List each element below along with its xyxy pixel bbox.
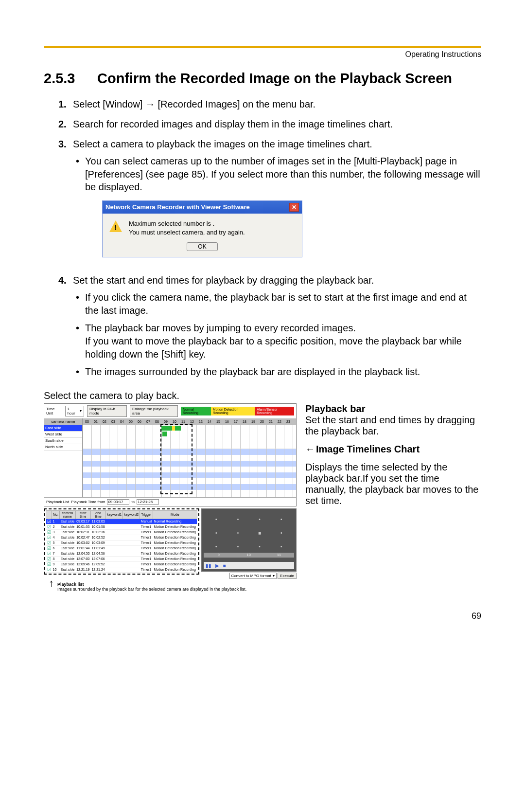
preview-scrub[interactable]: 9 10 11 xyxy=(204,553,295,558)
hour-tick: 17 xyxy=(231,420,240,423)
step-4-bullet-3: The images surrounded by the playback ba… xyxy=(73,365,481,379)
playback-bar-title: Playback bar xyxy=(305,403,481,415)
checkbox-icon xyxy=(46,519,52,524)
checkbox-icon xyxy=(46,540,52,545)
checkbox-icon xyxy=(46,529,52,535)
table-row[interactable]: 8East side12:07:0012:07:06Timer1Motion D… xyxy=(46,556,197,561)
hour-tick: 07 xyxy=(144,420,153,423)
checkbox-icon xyxy=(46,535,52,540)
playback-to-label: to xyxy=(131,500,135,504)
table-row[interactable]: 5East side10:03:0210:03:09Timer1Motion D… xyxy=(46,540,197,545)
hour-tick: 15 xyxy=(214,420,223,423)
chart-body: Displays the time selected by the playba… xyxy=(305,462,481,506)
playback-list-table: No.camera namestart timeend timekeyword1… xyxy=(44,508,199,575)
camera-row[interactable]: North side xyxy=(44,444,82,451)
table-row[interactable]: 1East side09:03:1711:03:03ManualNormal R… xyxy=(46,519,197,524)
playback-to-input[interactable] xyxy=(137,499,159,505)
execute-button[interactable]: Execute xyxy=(278,573,297,579)
table-row[interactable]: 3East side10:02:3110:02:36Timer1Motion D… xyxy=(46,529,197,535)
hour-tick: 13 xyxy=(196,420,205,423)
table-row[interactable]: 9East side12:09:4612:09:52Timer1Motion D… xyxy=(46,561,197,567)
time-unit-label: Time Unit xyxy=(46,407,62,415)
col-header: keyword2 xyxy=(123,510,140,519)
display-24h-button[interactable]: Display in 24-h mode xyxy=(87,405,127,417)
convert-label: Convert to MPG format xyxy=(231,574,271,578)
table-row[interactable]: 7East side12:04:5012:04:56Timer1Motion D… xyxy=(46,551,197,556)
page-number: 69 xyxy=(44,611,481,621)
hour-tick: 20 xyxy=(258,420,266,423)
dialog-title: Network Camera Recorder with Viewer Soft… xyxy=(105,203,289,212)
hour-tick: 10 xyxy=(170,420,179,423)
warning-icon xyxy=(109,220,122,232)
timelines-chart: Time Unit 1 hour ▾ Display in 24-h mode … xyxy=(44,403,297,506)
checkbox-icon xyxy=(46,556,52,561)
hour-tick: 21 xyxy=(266,420,275,423)
close-icon[interactable]: ✕ xyxy=(289,203,299,212)
playback-bar-body: Set the start and end times by dragging … xyxy=(305,415,481,437)
col-header: keyword1 xyxy=(106,510,123,519)
col-header: Mode xyxy=(153,510,197,519)
enlarge-button[interactable]: Enlarge the playback area xyxy=(130,405,178,417)
section-heading: 2.5.3 Confirm the Recorded Image on the … xyxy=(44,70,481,87)
stop-icon[interactable]: ■ xyxy=(223,563,226,568)
play-icon[interactable]: ▶ xyxy=(215,563,219,568)
running-header: Operating Instructions xyxy=(44,50,481,59)
hour-tick: 00 xyxy=(83,420,91,423)
table-row[interactable]: 2East side10:01:5310:01:58Timer1Motion D… xyxy=(46,524,197,529)
step-4-bullet-2b: If you want to move the playback bar to … xyxy=(85,336,462,360)
checkbox-icon xyxy=(46,524,52,529)
camera-name-header: camera name xyxy=(44,418,82,425)
preview-grid: •••• ••■• •••• xyxy=(206,513,293,554)
playback-from-input[interactable] xyxy=(107,499,129,505)
col-header: camera name xyxy=(59,510,75,519)
hour-tick: 14 xyxy=(205,420,214,423)
step-num: 4. xyxy=(58,274,73,383)
hour-tick: 11 xyxy=(179,420,188,423)
table-row[interactable]: 4East side10:02:4710:02:52Timer1Motion D… xyxy=(46,535,197,540)
time-unit-value: 1 hour xyxy=(68,407,78,415)
step-2: Search for recorded images and display t… xyxy=(73,118,481,131)
dialog-line-2: You must unselect camera, and try again. xyxy=(129,228,245,237)
step-4-bullet-2: The playback bar moves by jumping to eve… xyxy=(85,323,356,333)
playback-bar[interactable] xyxy=(160,424,192,494)
step-3: Select a camera to playback the images o… xyxy=(73,139,372,149)
hour-tick: 18 xyxy=(240,420,249,423)
convert-dropdown[interactable]: Convert to MPG format ▾ xyxy=(229,573,277,579)
hour-tick: 08 xyxy=(153,420,161,423)
scrub-marker: 10 xyxy=(234,553,264,557)
step-1: Select [Window] → [Recorded Images] on t… xyxy=(73,98,481,111)
step-num: 2. xyxy=(58,118,73,131)
table-row[interactable]: 6East side11:01:4411:01:49Timer1Motion D… xyxy=(46,545,197,551)
chart-title: Image Timelines Chart xyxy=(316,444,420,454)
ok-button[interactable]: OK xyxy=(187,242,217,251)
hour-tick: 09 xyxy=(161,420,170,423)
time-unit-dropdown[interactable]: 1 hour ▾ xyxy=(65,406,84,416)
camera-row[interactable]: East side xyxy=(44,425,82,432)
hour-tick: 06 xyxy=(135,420,144,423)
hour-tick: 02 xyxy=(100,420,109,423)
checkbox-icon xyxy=(46,561,52,567)
camera-row[interactable]: South side xyxy=(44,438,82,444)
hour-tick: 12 xyxy=(188,420,196,423)
checkbox-icon xyxy=(46,551,52,556)
section-title: Confirm the Recorded Image on the Playba… xyxy=(97,70,452,87)
top-rule xyxy=(44,46,481,48)
col-header: end time xyxy=(90,510,105,519)
camera-row[interactable]: West side xyxy=(44,432,82,438)
checkbox-icon xyxy=(46,545,52,551)
section-number: 2.5.3 xyxy=(44,70,97,87)
col-header xyxy=(46,510,52,519)
caption-select-camera: Select the camera to play back. xyxy=(44,390,481,401)
pause-icon[interactable]: ▮▮ xyxy=(206,563,211,568)
playback-time-label: Playback Time from xyxy=(71,500,105,504)
step-4-bullet-1: If you click the camera name, the playba… xyxy=(73,291,481,317)
arrow-up-icon: ↑ xyxy=(49,578,54,589)
hour-tick: 16 xyxy=(223,420,231,423)
hour-tick: 23 xyxy=(284,420,293,423)
step-3-bullet-1: You can select cameras up to the number … xyxy=(73,155,481,194)
step-num: 1. xyxy=(58,98,73,111)
col-header: start time xyxy=(75,510,90,519)
hour-tick: 19 xyxy=(249,420,258,423)
chevron-down-icon: ▾ xyxy=(273,574,275,578)
table-row[interactable]: 10East side12:21:1912:21:24Timer1Motion … xyxy=(46,567,197,572)
